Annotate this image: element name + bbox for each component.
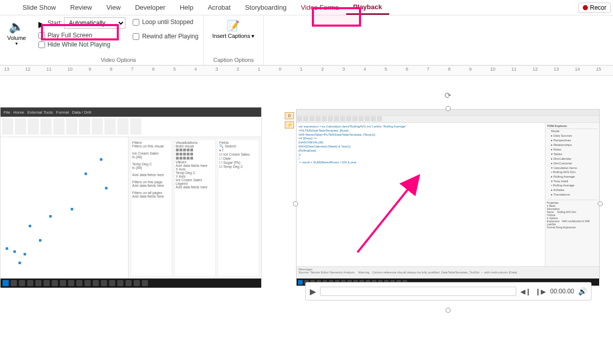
ruler-tick: 2 <box>237 67 239 72</box>
ruler-tick: 11 <box>47 67 52 72</box>
start-select[interactable]: Automatically <box>64 17 125 29</box>
checkbox-icon[interactable] <box>38 32 45 39</box>
time-display: 00:00.00 <box>550 288 574 295</box>
record-button[interactable]: Recor <box>578 3 611 13</box>
ruler-tick: 11 <box>512 67 517 72</box>
video-options-group-label: Video Options <box>38 56 199 64</box>
resize-handle-n[interactable] <box>446 106 451 111</box>
chevron-down-icon: ▾ <box>15 41 18 46</box>
tab-slideshow[interactable]: Slide Show <box>15 1 63 14</box>
ruler-tick: 4 <box>194 67 197 72</box>
ruler-tick: 13 <box>554 67 559 72</box>
video-left[interactable]: FileHomeExternal ToolsFormatData / Drill… <box>0 107 262 287</box>
ruler-tick: 6 <box>152 67 155 72</box>
tab-help[interactable]: Help <box>173 1 201 14</box>
ruler-tick: 8 <box>448 67 451 72</box>
loop-checkbox[interactable]: Loop until Stopped <box>133 18 198 26</box>
vid1-scatter-chart <box>1 137 128 279</box>
rotate-handle-icon[interactable]: ⟳ <box>445 91 451 100</box>
step-back-button[interactable]: ◀❙ <box>520 288 531 295</box>
ruler-tick: 10 <box>490 67 495 72</box>
insert-captions-label: Insert Captions ▾ <box>212 33 255 39</box>
tab-view[interactable]: View <box>99 1 128 14</box>
checkbox-icon[interactable] <box>38 41 45 48</box>
play-fullscreen-checkbox[interactable]: Play Full Screen <box>38 32 126 39</box>
vid1-titlebar: FileHomeExternal ToolsFormatData / Drill <box>1 108 261 117</box>
seek-track[interactable] <box>320 287 516 296</box>
insert-captions-button[interactable]: 📝 Insert Captions ▾ <box>209 17 258 41</box>
start-label: Start: <box>48 19 62 27</box>
video-right: var expression = ex.Calculation.Item("Ro… <box>296 109 600 279</box>
resize-handle-s[interactable] <box>446 308 451 313</box>
ruler-tick: 15 <box>596 67 601 72</box>
side-badge-count: 0 <box>285 112 294 119</box>
tab-videoformat[interactable]: Video Forma <box>293 1 346 14</box>
volume-label: Volume <box>7 35 26 41</box>
resize-handle-e[interactable] <box>598 201 603 206</box>
ruler-tick: 2 <box>321 67 324 72</box>
play-button[interactable]: ▶ <box>310 287 316 296</box>
ruler-tick: 3 <box>216 67 218 72</box>
ruler-tick: 5 <box>385 67 387 72</box>
record-label: Recor <box>590 4 606 11</box>
ruler-tick: 5 <box>173 67 176 72</box>
caption-options-group-label: Caption Options <box>209 56 258 64</box>
vid1-panes: FiltersFilters on this visualIce Cream S… <box>128 137 261 279</box>
rewind-checkbox[interactable]: Rewind after Playing <box>133 33 198 40</box>
tab-acrobat[interactable]: Acrobat <box>201 1 238 14</box>
ribbon: 🔈 Volume ▾ ▶ Start: Automatically Play F… <box>0 15 613 66</box>
tab-developer[interactable]: Developer <box>128 1 173 14</box>
ruler-tick: 12 <box>25 67 30 72</box>
ribbon-tabs: Slide Show Review View Developer Help Ac… <box>0 0 613 15</box>
ruler-tick: 7 <box>131 67 134 72</box>
ruler-tick: 7 <box>427 67 430 72</box>
ruler-tick: 4 <box>364 67 366 72</box>
captions-icon: 📝 <box>226 19 241 32</box>
step-forward-button[interactable]: ❙▶ <box>535 288 546 295</box>
side-badge-lightning: ⚡ <box>285 121 294 129</box>
checkbox-icon[interactable] <box>133 33 139 40</box>
vid2-messages: MessagesSource: Tabular Editor Semantic … <box>297 266 599 279</box>
ruler-tick: 10 <box>68 67 73 72</box>
ruler-tick: 6 <box>406 67 408 72</box>
checkbox-icon[interactable] <box>133 19 139 26</box>
ruler-tick: 8 <box>110 67 112 72</box>
ruler-tick: 13 <box>4 67 9 72</box>
ruler-tick: 3 <box>342 67 345 72</box>
record-dot-icon <box>583 5 588 10</box>
tab-storyboarding[interactable]: Storyboarding <box>238 1 293 14</box>
vid1-taskbar <box>1 279 261 288</box>
tab-playback[interactable]: Playback <box>346 1 389 15</box>
slide-canvas[interactable]: FileHomeExternal ToolsFormatData / Drill… <box>0 76 613 364</box>
video-right-selected[interactable]: ⟳ 0 ⚡ var expression = ex.Calculation.It… <box>296 109 600 298</box>
ruler-tick: 12 <box>533 67 538 72</box>
horizontal-ruler: 131211109876543210123456789101112131415 <box>0 66 613 76</box>
vid2-code-editor: var expression = ex.Calculation.Item("Ro… <box>297 123 545 266</box>
ruler-tick: 9 <box>469 67 472 72</box>
video-player-controls: ▶ ◀❙ ❙▶ 00:00.00 🔊 <box>305 282 591 301</box>
ruler-tick: 9 <box>89 67 91 72</box>
vid2-explorer: TOM Explorer Model▸ Data Sources▸ Perspe… <box>545 123 599 266</box>
hide-while-not-playing-checkbox[interactable]: Hide While Not Playing <box>38 41 126 48</box>
resize-handle-w[interactable] <box>293 201 298 206</box>
tab-review[interactable]: Review <box>63 1 99 14</box>
ruler-tick: 1 <box>300 67 303 72</box>
vid1-toolbar <box>1 117 261 137</box>
ruler-tick: 0 <box>279 67 282 72</box>
volume-icon: 🔈 <box>9 19 24 34</box>
volume-button[interactable]: 🔈 Volume ▾ <box>5 17 28 48</box>
ruler-tick: 1 <box>258 67 260 72</box>
ruler-tick: 14 <box>575 67 580 72</box>
volume-icon[interactable]: 🔊 <box>578 287 587 295</box>
